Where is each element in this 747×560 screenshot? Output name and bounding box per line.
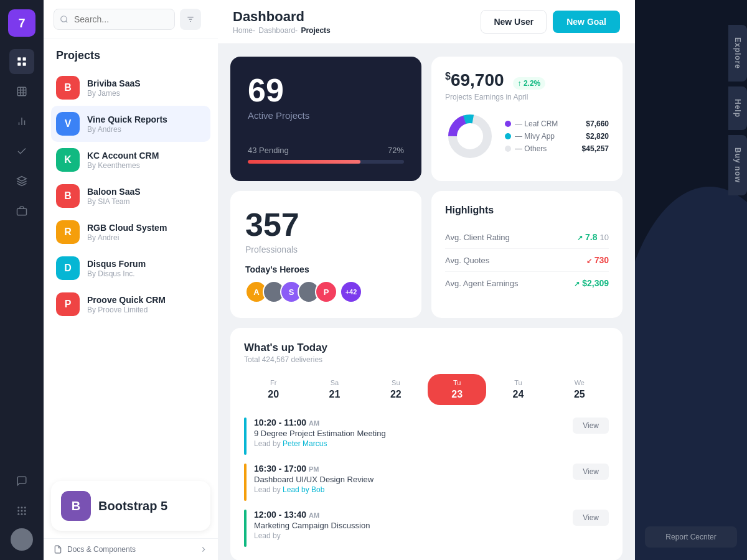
donut-chart xyxy=(445,111,495,161)
calendar-day-23[interactable]: Tu 23 xyxy=(428,374,486,405)
new-user-button[interactable]: New User xyxy=(481,10,547,34)
svg-rect-1 xyxy=(23,57,26,60)
nav-icon-chart[interactable] xyxy=(9,109,34,134)
calendar-day-20[interactable]: Fr 20 xyxy=(244,374,303,405)
project-item-baloon[interactable]: B Baloon SaaS By SIA Team xyxy=(51,178,210,214)
nav-icon-check[interactable] xyxy=(9,139,34,164)
buynow-tab[interactable]: Buy now xyxy=(728,135,747,195)
calendar-day-22[interactable]: Su 22 xyxy=(367,374,425,405)
highlight-value-wrap: ↙ 730 xyxy=(586,255,609,265)
project-info-proove: Proove Quick CRM By Proove Limited xyxy=(87,295,205,314)
project-logo-baloon: B xyxy=(56,184,80,208)
avatars-row: ASP+42 xyxy=(245,281,406,303)
filter-button[interactable] xyxy=(180,9,201,30)
sidebar-bottom-icons xyxy=(9,469,34,551)
highlights-card: Highlights Avg. Client Rating ↗ 7.810 Av… xyxy=(431,191,622,318)
calendar-day-21[interactable]: Sa 21 xyxy=(305,374,364,405)
projects-title: Projects xyxy=(44,39,218,67)
earnings-card: $69,700 ↑ 2.2% Projects Earnings in Apri… xyxy=(431,57,622,181)
currency-symbol: $ xyxy=(445,71,451,82)
calendar-day-24[interactable]: Tu 24 xyxy=(489,374,547,405)
svg-point-12 xyxy=(24,506,26,508)
earnings-header: $69,700 ↑ 2.2% xyxy=(445,70,609,90)
project-logo-kc: K xyxy=(56,148,80,172)
bootstrap-card: B Bootstrap 5 xyxy=(51,481,210,531)
highlight-label: Avg. Quotes xyxy=(445,256,489,265)
help-tab[interactable]: Help xyxy=(728,86,747,130)
project-item-rgb[interactable]: R RGB Cloud System By Andrei xyxy=(51,214,210,250)
project-name-rgb: RGB Cloud System xyxy=(87,223,205,233)
nav-icon-dashboard[interactable] xyxy=(9,49,34,74)
nav-icon-apps[interactable] xyxy=(9,498,34,523)
day-name: Tu xyxy=(491,379,545,386)
legend-label: — Mivy App xyxy=(515,132,582,141)
explore-tab[interactable]: Explore xyxy=(728,25,747,82)
sidebar-nav: 7 xyxy=(0,0,44,560)
user-avatar-number[interactable]: 7 xyxy=(8,9,35,37)
day-num: 24 xyxy=(491,389,545,400)
project-item-briviba[interactable]: B Briviba SaaS By James xyxy=(51,70,210,106)
svg-point-10 xyxy=(17,506,19,508)
project-logo-rgb: R xyxy=(56,220,80,244)
svg-rect-4 xyxy=(17,87,26,96)
project-name-kc: KC Account CRM xyxy=(87,151,205,161)
progress-bar xyxy=(248,160,404,164)
legend-value: $2,820 xyxy=(586,132,609,141)
project-logo-disqus: D xyxy=(56,256,80,280)
event-lead-link[interactable]: Lead by Bob xyxy=(283,485,324,494)
project-item-kc[interactable]: K KC Account CRM By Keenthemes xyxy=(51,142,210,178)
svg-rect-3 xyxy=(23,63,26,66)
project-author-baloon: By SIA Team xyxy=(87,197,205,206)
nav-icon-grid[interactable] xyxy=(9,79,34,104)
new-goal-button[interactable]: New Goal xyxy=(553,11,620,33)
earnings-subtitle: Projects Earnings in April xyxy=(445,93,609,101)
prof-number: 357 xyxy=(245,206,406,243)
active-projects-card: 69 Active Projects 43 Pending 72% xyxy=(230,57,421,181)
project-name-briviba: Briviba SaaS xyxy=(87,78,205,88)
project-author-disqus: By Disqus Inc. xyxy=(87,269,205,278)
event-time: 12:00 - 13:40 AM xyxy=(254,510,565,520)
project-info-baloon: Baloon SaaS By SIA Team xyxy=(87,187,205,206)
highlight-value: ↗ $2,309 xyxy=(574,278,609,288)
project-item-proove[interactable]: P Proove Quick CRM By Proove Limited xyxy=(51,286,210,322)
page-title: Dashboard xyxy=(233,9,331,25)
legend-dot xyxy=(505,121,511,127)
event-lead-link[interactable]: Peter Marcus xyxy=(283,439,327,448)
nav-icon-message[interactable] xyxy=(9,469,34,493)
right-panel: Explore Help Buy now Report Cecnter xyxy=(635,0,747,560)
project-name-baloon: Baloon SaaS xyxy=(87,187,205,197)
more-heroes-badge[interactable]: +42 xyxy=(340,281,362,303)
nav-icon-briefcase[interactable] xyxy=(9,198,34,223)
event-content: 12:00 - 13:40 AM Marketing Campaign Disc… xyxy=(254,510,565,540)
search-input[interactable] xyxy=(54,9,175,30)
highlight-value: ↙ 730 xyxy=(586,255,609,265)
project-info-vine: Vine Quick Reports By Andres xyxy=(87,114,205,134)
event-title: 9 Degree Project Estimation Meeting xyxy=(254,429,565,438)
search-input-wrap xyxy=(54,9,175,30)
highlight-row: Avg. Agent Earnings ↗ $2,309 xyxy=(445,272,609,294)
progress-bar-fill xyxy=(248,160,360,164)
nav-icon-layers[interactable] xyxy=(9,169,34,194)
projects-panel: Projects B Briviba SaaS By James V Vine … xyxy=(44,0,218,560)
bottom-user-avatar[interactable] xyxy=(11,528,33,551)
project-info-disqus: Disqus Forum By Disqus Inc. xyxy=(87,259,205,278)
day-name: Fr xyxy=(247,379,300,386)
docs-link[interactable]: Docs & Components xyxy=(44,538,218,560)
project-info-rgb: RGB Cloud System By Andrei xyxy=(87,223,205,242)
event-view-button[interactable]: View xyxy=(573,418,609,434)
project-item-disqus[interactable]: D Disqus Forum By Disqus Inc. xyxy=(51,250,210,286)
report-center-button[interactable]: Report Cecnter xyxy=(645,526,737,548)
progress-pct: 72% xyxy=(388,146,404,155)
project-author-proove: By Proove Limited xyxy=(87,306,205,314)
svg-point-11 xyxy=(21,506,23,508)
day-num: 22 xyxy=(369,389,423,400)
svg-point-15 xyxy=(24,510,26,512)
event-view-button[interactable]: View xyxy=(573,510,609,526)
prof-label: Professionals xyxy=(245,245,406,254)
calendar-header: What's up Today Total 424,567 deliveries xyxy=(244,342,609,364)
calendar-day-25[interactable]: We 25 xyxy=(550,374,609,405)
project-item-vine[interactable]: V Vine Quick Reports By Andres xyxy=(51,106,210,142)
event-view-button[interactable]: View xyxy=(573,464,609,480)
legend-item-others: — Others $45,257 xyxy=(505,144,609,153)
svg-rect-9 xyxy=(17,208,27,215)
